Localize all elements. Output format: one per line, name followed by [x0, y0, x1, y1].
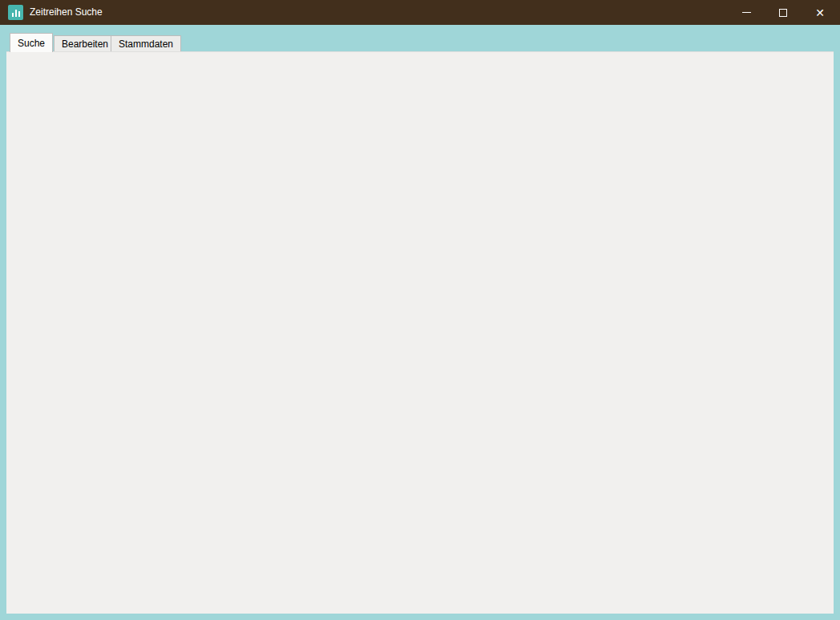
minimize-icon: [742, 12, 751, 13]
tab-bearbeiten[interactable]: Bearbeiten: [54, 35, 116, 52]
close-button[interactable]: ✕: [802, 0, 838, 25]
maximize-icon: [779, 9, 787, 17]
tab-stammdaten[interactable]: Stammdaten: [111, 35, 181, 52]
minimize-button[interactable]: [728, 0, 765, 25]
tab-suche[interactable]: Suche: [10, 33, 53, 52]
tab-bearbeiten-label: Bearbeiten: [62, 38, 108, 50]
close-icon: ✕: [815, 6, 825, 19]
tab-suche-label: Suche: [18, 38, 45, 49]
maximize-button[interactable]: [765, 0, 802, 25]
window-title: Zeitreihen Suche: [30, 6, 103, 18]
window-titlebar: Zeitreihen Suche ✕: [0, 0, 840, 25]
tab-stammdaten-label: Stammdaten: [119, 38, 173, 50]
app-icon: [8, 5, 23, 20]
tab-page-suche: [6, 51, 834, 614]
